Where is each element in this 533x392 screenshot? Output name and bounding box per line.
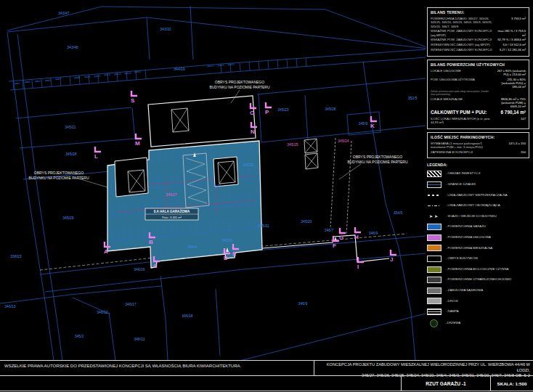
fill-swatch <box>427 234 442 241</box>
legend-item: - OBSZAR INWESTYCJI <box>427 171 529 177</box>
title-block-spacer <box>0 376 402 391</box>
drawing-scale: SKALA: 1:500 <box>491 376 533 391</box>
parcel-label: 343/48 <box>67 45 78 49</box>
panel-row: POWIERZCHNIA DZIAŁKI: 345/27, 345/26, 34… <box>431 17 526 28</box>
panel-row-value: max.180 % / 3 753,5 m² <box>495 29 526 37</box>
panel-section-title: ILOŚĆ MIEJSC PARKINGOWYCH: <box>431 135 526 139</box>
title-block: WSZELKIE PRAWA AUTORSKIE DO PRZEDSTAWION… <box>0 360 533 391</box>
legend-title: LEGENDA: <box>427 163 529 167</box>
legend-item: - POWIERZCHNIA USŁUGOWA <box>427 234 529 241</box>
legend-item-label: - GRANICE DZIAŁEK <box>446 183 476 187</box>
legend: LEGENDA: - OBSZAR INWESTYCJI- GRANICE DZ… <box>427 163 529 327</box>
parcel-label: 345/27 <box>166 192 177 197</box>
legend-item: - LINIA ZABUDOWY OBOWIĄZUJĄCA <box>427 203 529 209</box>
parcel-label: 345/23 <box>277 107 289 112</box>
legend-item-label: - RAMPA <box>446 310 459 314</box>
parcel-label: 343/32 <box>160 27 171 31</box>
corner-letter: J <box>390 256 393 263</box>
panel-section-0: BILANS TERENU:POWIERZCHNIA DZIAŁKI: 345/… <box>427 7 529 57</box>
panel-row: CAŁKOWITY PUM + PUU:6 790,14 m² <box>431 110 526 115</box>
parcel-label: 346/12 <box>97 310 108 314</box>
parcel-label: 343/47 <box>58 11 70 15</box>
parcel-label-small: 344/13 <box>114 73 121 76</box>
legend-item-label: - ZABUDOWA SĄSIEDNIA <box>446 289 483 293</box>
parcel-label: 346/7 <box>325 228 334 232</box>
legend-item-label: - DRZEWA <box>445 322 460 325</box>
parcel-label-small: 346/4 <box>35 80 41 83</box>
parcel-label: 345/21 <box>65 125 76 129</box>
panel-row: (lokale przeznaczone pod usługi nieuciąż… <box>431 90 526 97</box>
panel-row-value: 8806,80 m² x 75% (wskaźnik PUM) = 6605,1… <box>495 97 526 109</box>
fill-swatch <box>427 298 442 304</box>
parcel-label: 345/25 <box>287 142 298 147</box>
panel-row: ZAPEWNIONA W KONCEPCJI150 <box>431 150 526 154</box>
corner-letter: B <box>149 239 153 245</box>
panel-row: LOKALE USŁUGOWE267 x 80% (wskaźnik PU) =… <box>431 69 526 77</box>
parcel-label: 345/30 <box>221 238 233 242</box>
panel-row-label: LOKALE USŁUGOWE <box>431 69 493 73</box>
info-panel: BILANS TERENU:POWIERZCHNIA DZIAŁKI: 345/… <box>427 7 529 331</box>
parcel-label: 345/31 <box>258 224 269 228</box>
parcel-label-small: 346/3 <box>25 81 31 84</box>
panel-row: INTENSYWNOŚĆ ZABUDOWY (wg MPZP)3,6 / 13 … <box>431 43 526 46</box>
garage-hall-name: 0.A HALA GARAŻOWA <box>154 209 190 213</box>
legend-item: ➤➤- WJAZD / WEJŚCIE DO BUDYNKU <box>427 213 529 220</box>
parcel-label: P-47 <box>213 184 221 188</box>
corner-letter: F <box>333 242 336 249</box>
legend-item: - POWIERZCHNIA GARAŻU <box>427 224 529 230</box>
fill-swatch <box>427 277 442 283</box>
panel-row-label: WYMAGANA (1 miejsce parkingowe/1 mieszka… <box>431 142 493 150</box>
corner-letter: S <box>131 97 135 104</box>
entry-arrows-swatch: ➤➤ <box>427 213 442 220</box>
parcel-label: 344/19 <box>174 67 185 71</box>
parcel-label-small: 344/21 <box>207 65 214 68</box>
corner-letter: D <box>224 255 228 261</box>
panel-row-label: (lokale przeznaczone pod usługi nieuciąż… <box>431 90 493 97</box>
panel-row: POW. USŁUGOWA UŻYTKOWA231,30 x 80% (wska… <box>431 78 526 89</box>
parcel-label-small: 344/6 <box>74 76 81 80</box>
parcel-label-small: 346/7 <box>55 78 62 81</box>
panel-row-label: INTENSYWNOŚĆ ZABUDOWY (wg MPZP) <box>431 43 493 46</box>
parcel-label: 346/13 <box>4 304 16 309</box>
corner-letter: C <box>153 263 158 269</box>
legend-item-label: - DROGI <box>446 300 458 303</box>
parcel-label: 354/5 <box>394 211 403 215</box>
hatch-swatch <box>427 171 442 177</box>
fill-swatch <box>427 287 442 294</box>
legend-item: - LINIA ZABUDOWY NIEPRZEKRACZALNA <box>427 192 529 198</box>
legend-item: - ZABUDOWA SĄSIEDNIA <box>427 287 529 294</box>
corner-letter: K <box>370 123 375 129</box>
panel-row-label: ILOŚĆ LOKALI MIESZKALNYCH (o śr. pow 44,… <box>431 117 493 125</box>
dashed-line-swatch <box>427 192 442 198</box>
parcel-label: 346/9 <box>369 231 378 235</box>
corner-letter: I <box>357 264 359 270</box>
panel-section-2: ILOŚĆ MIEJSC PARKINGOWYCH:WYMAGANA (1 mi… <box>427 132 529 159</box>
panel-row-value: 150 <box>495 150 526 154</box>
panel-row-label: LOKALE MIESZKALNE <box>431 97 493 101</box>
balance-tables: BILANS TERENU:POWIERZCHNIA DZIAŁKI: 345/… <box>427 7 529 158</box>
parcel-label: 346/18 <box>182 314 193 318</box>
panel-section-title: BILANS TERENU: <box>431 10 526 15</box>
parcel-label-small: 344/15 <box>124 72 131 75</box>
fill-swatch <box>427 245 442 251</box>
legend-item-label: - WJAZD / WEJŚCIE DO BUDYNKU <box>446 215 497 219</box>
legend-item: - POWIERZCHNIA MIESZKALNA <box>427 245 529 251</box>
building-outline-annotation: BUDYNKU NA POZIOMIE PARTERU <box>209 85 270 89</box>
parcel-label: 338/23 <box>10 254 22 258</box>
panel-row-value: 6 790,14 m² <box>495 110 526 115</box>
panel-row: WSKAŹNIK POW. ZABUDOWY KONCEPCJI (wg MPZ… <box>431 29 526 37</box>
corner-letter: E <box>232 250 237 257</box>
panel-row-value: 147+3 = 150 <box>495 142 526 145</box>
parcel-label: 345/29 <box>62 216 74 220</box>
parcel-label-small: 344/23 <box>217 64 224 68</box>
copyright-note: WSZELKIE PRAWA AUTORSKIE DO PRZEDSTAWION… <box>0 361 314 375</box>
corner-letter: L <box>94 153 98 160</box>
parcel-label-small: 344/11 <box>104 73 111 77</box>
panel-row-value: 92,79 % / 3 468,6 m² <box>495 38 526 41</box>
parcel-label: 345/9 <box>359 121 368 126</box>
panel-row-label: WSKAŹNIK POW. ZABUDOWY KONCEPCJI <box>431 38 493 41</box>
panel-row-value: 231,30 x 80% (wskaźnik PUU) = 185,04 m² <box>495 78 526 89</box>
upper-wing <box>148 96 256 147</box>
legend-item: - POWIERZCHNIA BIOLOGICZNIE CZYNNA <box>427 266 529 273</box>
parcel-label: 345/28 <box>65 152 77 156</box>
